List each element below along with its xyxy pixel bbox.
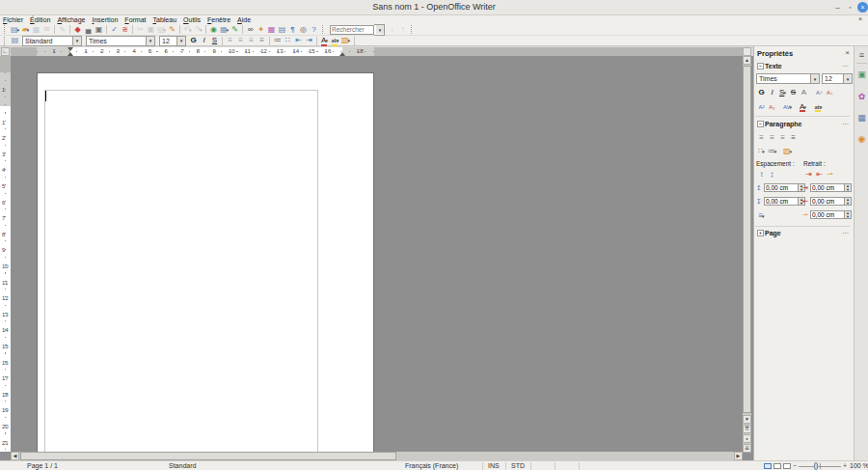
formatting-marks-button[interactable]: ¶ <box>287 24 298 35</box>
sb-decrease-indent-button[interactable]: ⇤ <box>814 169 825 180</box>
sb-underline-dropdown[interactable]: ▾ <box>783 90 786 96</box>
sb-align-right-button[interactable]: ≡ <box>777 132 788 143</box>
paragraph-style-select[interactable]: Standard ▾ <box>22 36 82 46</box>
copy-button[interactable]: ▣ <box>146 24 156 35</box>
paste-dropdown[interactable]: ▾ <box>164 27 167 33</box>
cut-button[interactable]: ✂ <box>135 24 146 35</box>
increase-indent-button[interactable]: ⇥ <box>304 36 314 46</box>
sb-hanging-indent-button[interactable]: ⇀ <box>825 169 835 180</box>
vertical-scrollbar[interactable]: ▲ ▼ ⇈ ● ⇊ <box>743 56 751 452</box>
print-button[interactable]: ▄ <box>83 24 94 35</box>
new-document-dropdown[interactable]: ▾ <box>17 27 20 33</box>
first-line-indent-field[interactable] <box>810 210 845 219</box>
zoom-level[interactable]: 100 % <box>850 462 868 469</box>
language-status[interactable]: Français (France) <box>405 462 458 469</box>
scroll-down-button[interactable]: ▼ <box>743 415 751 424</box>
font-color-dropdown[interactable]: ▾ <box>325 38 328 43</box>
toolbar-grip[interactable] <box>322 25 325 34</box>
previous-page-button[interactable]: ⇈ <box>743 425 751 433</box>
navigator-tab[interactable]: ◉ <box>856 134 867 145</box>
styles-panel-button[interactable]: ▤ <box>10 36 20 46</box>
paragraphe-more-options-icon[interactable]: ⋯ <box>842 121 850 128</box>
numbered-list-button[interactable]: ≔ <box>272 36 283 46</box>
data-sources-button[interactable]: ▤ <box>277 24 287 35</box>
open-dropdown[interactable]: ▾ <box>27 27 30 33</box>
zoom-button[interactable]: ◎ <box>298 24 309 35</box>
zoom-slider-thumb[interactable] <box>814 462 818 470</box>
navigator-button[interactable]: ✦ <box>256 24 266 35</box>
spinner[interactable]: ▲▼ <box>845 210 852 219</box>
sb-decrease-font-button[interactable]: A↓ <box>825 87 835 97</box>
sb-char-spacing-dropdown[interactable]: ▾ <box>790 104 793 110</box>
toolbar-grip[interactable] <box>4 25 7 34</box>
table-dropdown[interactable]: ▾ <box>227 27 230 33</box>
page-style-status[interactable]: Standard <box>169 462 196 469</box>
next-page-button[interactable]: ⇊ <box>743 444 751 453</box>
search-dropdown[interactable]: ▾ <box>374 24 385 36</box>
sb-increase-spacing-button[interactable]: ↕ <box>756 169 767 180</box>
open-button[interactable]: ▰▾ <box>20 24 31 35</box>
zoom-out-button[interactable]: − <box>793 462 797 469</box>
menu-insertion[interactable]: Insertion <box>92 15 118 24</box>
sb-font-color-dropdown[interactable]: ▾ <box>803 104 806 110</box>
undo-dropdown[interactable]: ▾ <box>189 27 192 33</box>
sidebar-font-name-select[interactable]: Times ▾ <box>756 73 820 84</box>
toolbar-grip[interactable] <box>411 25 414 34</box>
bold-button[interactable]: G <box>188 36 199 46</box>
page-more-options-icon[interactable]: ⋯ <box>842 230 850 237</box>
properties-tab[interactable]: ▣ <box>856 69 867 80</box>
menu-affichage[interactable]: Affichage <box>57 15 85 24</box>
save-button[interactable]: ▦ <box>31 24 41 35</box>
close-button[interactable]: × <box>857 2 868 13</box>
menu-fenetre[interactable]: Fenêtre <box>207 15 231 24</box>
sb-para-background-dropdown[interactable]: ▾ <box>790 149 793 154</box>
scroll-right-button[interactable]: ▶ <box>734 452 743 460</box>
page-preview-button[interactable]: ▣ <box>94 24 104 35</box>
menu-outils[interactable]: Outils <box>183 15 201 24</box>
gallery-button[interactable]: ▦ <box>266 24 277 35</box>
section-paragraphe-header[interactable]: − Paragraphe <box>765 121 802 127</box>
justify-button[interactable]: ≡ <box>257 36 267 46</box>
collapse-icon[interactable]: − <box>757 63 764 69</box>
hyperlink-button[interactable]: ◉ <box>208 24 219 35</box>
search-input[interactable] <box>330 25 374 35</box>
images-tab[interactable]: ▦ <box>856 113 867 124</box>
sb-increase-indent-button[interactable]: ⇥ <box>803 169 814 180</box>
draw-functions-button[interactable]: ✎ <box>230 24 240 35</box>
sb-decrease-spacing-button[interactable]: ↨ <box>767 169 777 180</box>
bullet-list-button[interactable]: ∷ <box>283 36 293 46</box>
sb-char-spacing-button[interactable]: AV▾ <box>782 101 793 112</box>
horizontal-scrollbar-thumb[interactable] <box>20 452 396 460</box>
sb-shadow-button[interactable]: A <box>799 87 809 97</box>
sb-highlight-dropdown[interactable]: ▾ <box>820 104 823 110</box>
highlighting-button[interactable]: ab▾ <box>330 36 340 46</box>
email-button[interactable]: ✉ <box>41 24 52 35</box>
insert-mode-status[interactable]: INS <box>488 462 500 469</box>
scroll-left-button[interactable]: ◀ <box>11 452 19 460</box>
scroll-up-button[interactable]: ▲ <box>743 56 751 65</box>
menu-format[interactable]: Format <box>124 15 146 24</box>
sb-font-color-button[interactable]: A▾ <box>798 101 808 112</box>
sb-align-center-button[interactable]: ≡ <box>767 132 777 143</box>
table-button[interactable]: ▦▾ <box>219 24 230 35</box>
toolbar-grip[interactable] <box>354 37 357 45</box>
section-page-header[interactable]: + Page <box>765 230 781 236</box>
line-spacing-dropdown[interactable]: ▾ <box>762 213 765 219</box>
left-indent-marker[interactable] <box>68 47 73 51</box>
sb-bullets-dropdown[interactable]: ▾ <box>762 149 765 154</box>
background-color-button[interactable]: ▧▾ <box>340 36 351 46</box>
horizontal-scrollbar[interactable]: ◀ ▶ <box>11 452 743 460</box>
expand-icon[interactable]: + <box>757 230 764 236</box>
sb-increase-font-button[interactable]: A↑ <box>814 87 825 97</box>
ruler-toggle-button[interactable] <box>743 47 751 56</box>
sb-para-background-button[interactable]: ▧▾ <box>782 146 793 156</box>
paste-button[interactable]: ▤▾ <box>156 24 167 35</box>
navigation-button[interactable]: ● <box>743 434 751 443</box>
sb-italic-button[interactable]: I <box>767 87 777 97</box>
sb-bold-button[interactable]: G <box>756 87 767 97</box>
maximize-button[interactable]: ▫ <box>845 3 855 13</box>
book-view-icon[interactable] <box>783 463 791 469</box>
selection-mode-status[interactable]: STD <box>511 462 525 469</box>
vertical-scrollbar-thumb[interactable] <box>743 66 751 413</box>
menu-tableau[interactable]: Tableau <box>153 15 177 24</box>
